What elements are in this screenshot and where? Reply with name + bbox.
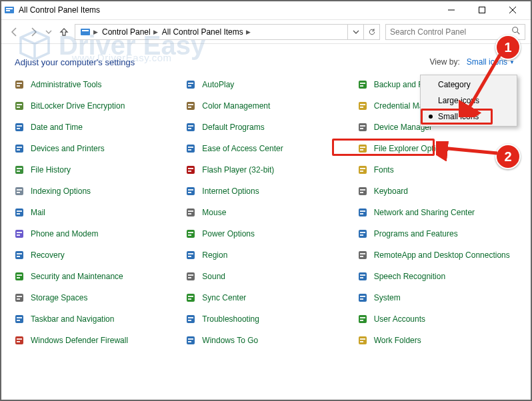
forward-button[interactable]	[25, 24, 41, 40]
item-label: RemoteApp and Desktop Connections	[374, 250, 510, 260]
svg-rect-49	[187, 102, 195, 110]
crumb-control-panel[interactable]: Control Panel ▶	[100, 25, 160, 39]
indexing-icon	[13, 185, 25, 197]
item-indexing-options[interactable]: Indexing Options	[12, 184, 177, 199]
crumb-all-items[interactable]: All Control Panel Items ▶	[160, 25, 253, 39]
crumb-root[interactable]: ▶	[78, 25, 100, 39]
sound-icon	[185, 270, 197, 282]
item-taskbar-and-navigation[interactable]: Taskbar and Navigation	[12, 312, 177, 326]
history-dropdown[interactable]	[347, 25, 363, 39]
item-power-options[interactable]: Power Options	[183, 226, 348, 241]
internet-icon	[185, 185, 197, 197]
item-ease-of-access-center[interactable]: Ease of Access Center	[183, 141, 348, 156]
item-mouse[interactable]: Mouse	[183, 205, 348, 220]
svg-rect-26	[17, 210, 22, 212]
svg-rect-98	[360, 168, 365, 169]
item-speech-recognition[interactable]: Speech Recognition	[355, 269, 520, 284]
item-windows-to-go[interactable]: Windows To Go	[183, 333, 348, 348]
item-date-and-time[interactable]: Date and Time	[12, 120, 177, 135]
item-file-history[interactable]: File History	[12, 163, 177, 177]
item-recovery[interactable]: Recovery	[12, 248, 177, 262]
svg-rect-18	[17, 149, 20, 151]
maximize-button[interactable]	[467, 0, 497, 20]
item-programs-and-features[interactable]: Programs and Features	[355, 226, 520, 241]
svg-rect-100	[359, 187, 367, 195]
window-title: All Control Panel Items	[19, 5, 100, 15]
item-default-programs[interactable]: Default Programs	[183, 120, 348, 135]
item-windows-defender-firewall[interactable]: Windows Defender Firewall	[12, 333, 177, 348]
storage-icon	[13, 292, 25, 304]
item-administrative-tools[interactable]: Administrative Tools	[12, 77, 177, 92]
keyboard-icon	[357, 185, 369, 197]
svg-rect-101	[360, 189, 365, 191]
view-option-large-icons[interactable]: Large icons	[422, 93, 515, 109]
item-phone-and-modem[interactable]: Phone and Modem	[12, 226, 177, 241]
item-label: Sound	[202, 272, 225, 281]
svg-rect-4	[81, 29, 90, 35]
back-button[interactable]	[7, 24, 23, 40]
item-troubleshooting[interactable]: Troubleshooting	[183, 312, 348, 326]
svg-rect-47	[188, 83, 193, 84]
svg-rect-110	[360, 253, 365, 254]
svg-point-6	[513, 27, 518, 33]
search-input[interactable]	[390, 27, 511, 37]
svg-rect-84	[188, 341, 191, 342]
address-bar[interactable]: ▶ Control Panel ▶ All Control Panel Item…	[75, 24, 380, 40]
svg-rect-87	[360, 85, 363, 87]
item-remoteapp-and-desktop-connections[interactable]: RemoteApp and Desktop Connections	[355, 248, 520, 262]
view-option-category[interactable]: Category	[422, 77, 515, 93]
item-region[interactable]: Region	[183, 248, 348, 262]
svg-rect-25	[15, 208, 23, 216]
item-work-folders[interactable]: Work Folders	[355, 333, 520, 348]
item-label: File Explorer Options	[374, 144, 449, 153]
item-fonts[interactable]: Fonts	[355, 163, 520, 177]
control-panel-icon	[4, 5, 15, 15]
item-devices-and-printers[interactable]: Devices and Printers	[12, 141, 177, 156]
item-mail[interactable]: Mail	[12, 205, 177, 220]
devices-icon	[13, 143, 25, 155]
close-button[interactable]	[497, 0, 528, 20]
item-network-and-sharing-center[interactable]: Network and Sharing Center	[355, 205, 520, 220]
item-system[interactable]: System	[355, 290, 520, 305]
svg-rect-92	[360, 125, 365, 127]
item-autoplay[interactable]: AutoPlay	[183, 77, 348, 92]
svg-rect-56	[188, 147, 193, 148]
item-flash-player-32-bit[interactable]: Flash Player (32-bit)	[183, 163, 348, 177]
svg-rect-102	[360, 192, 363, 193]
refresh-button[interactable]	[363, 25, 379, 39]
svg-rect-38	[17, 296, 22, 297]
item-bitlocker-drive-encryption[interactable]: BitLocker Drive Encryption	[12, 99, 177, 113]
svg-rect-111	[360, 256, 363, 257]
svg-rect-53	[188, 125, 193, 127]
svg-rect-64	[187, 208, 195, 216]
programs-icon	[357, 228, 369, 240]
item-user-accounts[interactable]: User Accounts	[355, 312, 520, 326]
svg-rect-85	[359, 81, 367, 89]
svg-rect-13	[15, 123, 23, 131]
callout-badge-2: 2	[495, 144, 521, 169]
svg-rect-109	[359, 251, 367, 259]
svg-rect-39	[17, 298, 20, 300]
up-button[interactable]	[56, 24, 72, 40]
item-internet-options[interactable]: Internet Options	[183, 184, 348, 199]
item-label: Security and Maintenance	[31, 272, 123, 281]
item-storage-spaces[interactable]: Storage Spaces	[12, 290, 177, 305]
item-sound[interactable]: Sound	[183, 269, 348, 284]
crumb-label: Control Panel	[102, 27, 151, 37]
item-color-management[interactable]: Color Management	[183, 99, 348, 113]
item-keyboard[interactable]: Keyboard	[355, 184, 520, 199]
item-security-and-maintenance[interactable]: Security and Maintenance	[12, 269, 177, 284]
recent-locations-button[interactable]	[44, 24, 53, 40]
svg-rect-116	[360, 296, 365, 297]
item-label: File History	[31, 165, 71, 175]
svg-rect-118	[359, 315, 367, 323]
svg-rect-17	[17, 147, 22, 148]
item-sync-center[interactable]: Sync Center	[183, 290, 348, 305]
view-option-small-icons[interactable]: Small icons	[422, 109, 515, 125]
svg-rect-105	[360, 213, 363, 214]
item-label: Date and Time	[31, 123, 83, 132]
svg-rect-69	[188, 234, 191, 236]
minimize-button[interactable]	[436, 0, 467, 20]
item-label: Flash Player (32-bit)	[202, 165, 274, 175]
svg-rect-68	[188, 232, 193, 233]
